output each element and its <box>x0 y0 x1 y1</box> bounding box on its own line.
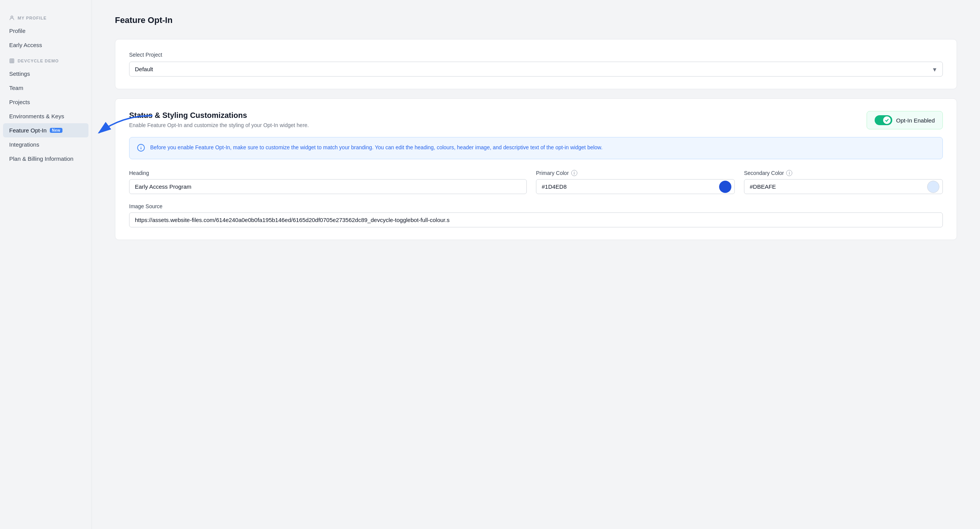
person-icon <box>9 15 15 21</box>
devcycle-label: DEVCYCLE DEMO <box>18 59 59 63</box>
sidebar-devcycle-section: DEVCYCLE DEMO Settings Team Projects Env… <box>0 55 92 166</box>
toggle-track <box>875 115 892 125</box>
status-description: Enable Feature Opt-In and customize the … <box>129 122 309 128</box>
sidebar-item-projects[interactable]: Projects <box>0 95 92 109</box>
status-title: Status & Styling Customizations <box>129 111 309 120</box>
opt-in-enabled-label: Opt-In Enabled <box>896 117 935 124</box>
devcycle-header: DEVCYCLE DEMO <box>0 55 92 67</box>
sidebar-my-profile-section: MY PROFILE Profile Early Access <box>0 12 92 52</box>
secondary-color-label: Secondary Color i <box>744 170 943 176</box>
secondary-color-swatch[interactable] <box>927 181 939 193</box>
my-profile-label: MY PROFILE <box>18 16 47 20</box>
select-project-label: Select Project <box>129 52 943 58</box>
page-title: Feature Opt-In <box>115 15 957 25</box>
sidebar-item-environments-keys[interactable]: Environments & Keys <box>0 109 92 123</box>
building-icon <box>9 58 15 64</box>
sidebar-item-plan-billing[interactable]: Plan & Billing Information <box>0 152 92 166</box>
info-banner-text: Before you enable Feature Opt-In, make s… <box>150 144 603 152</box>
secondary-color-info-icon[interactable]: i <box>786 170 792 176</box>
my-profile-header: MY PROFILE <box>0 12 92 24</box>
heading-input[interactable] <box>129 179 527 194</box>
opt-in-badge: Opt-In Enabled <box>867 111 943 129</box>
image-source-field-group: Image Source <box>129 203 943 227</box>
heading-label: Heading <box>129 170 527 176</box>
new-badge: New <box>50 128 63 133</box>
main-content: Feature Opt-In Select Project Default ▼ … <box>92 0 980 529</box>
info-circle-icon <box>137 144 145 153</box>
sidebar-item-integrations[interactable]: Integrations <box>0 137 92 152</box>
sidebar-item-settings[interactable]: Settings <box>0 67 92 81</box>
opt-in-toggle[interactable] <box>875 115 892 125</box>
sidebar: MY PROFILE Profile Early Access DEVCYCLE… <box>0 0 92 529</box>
toggle-thumb <box>883 116 891 124</box>
status-header: Status & Styling Customizations Enable F… <box>129 111 943 129</box>
svg-point-0 <box>11 16 13 18</box>
info-banner: Before you enable Feature Opt-In, make s… <box>129 137 943 159</box>
project-select[interactable]: Default <box>129 62 943 77</box>
sidebar-item-profile[interactable]: Profile <box>0 24 92 38</box>
secondary-color-input[interactable] <box>744 180 927 194</box>
select-project-card: Select Project Default ▼ <box>115 39 957 89</box>
primary-color-input[interactable] <box>536 180 719 194</box>
check-icon <box>885 118 889 122</box>
sidebar-item-feature-opt-in[interactable]: Feature Opt-In New <box>3 123 88 137</box>
secondary-color-input-wrapper <box>744 179 943 194</box>
status-title-group: Status & Styling Customizations Enable F… <box>129 111 309 128</box>
primary-color-swatch[interactable] <box>719 181 731 193</box>
status-styling-card: Status & Styling Customizations Enable F… <box>115 98 957 240</box>
secondary-color-field-group: Secondary Color i <box>744 170 943 194</box>
project-select-wrapper: Default ▼ <box>129 62 943 77</box>
primary-color-field-group: Primary Color i <box>536 170 735 194</box>
image-source-label: Image Source <box>129 203 943 209</box>
image-source-input[interactable] <box>129 212 943 227</box>
sidebar-item-early-access[interactable]: Early Access <box>0 38 92 52</box>
primary-color-label: Primary Color i <box>536 170 735 176</box>
svg-rect-1 <box>10 59 14 63</box>
heading-field-group: Heading <box>129 170 527 194</box>
primary-color-input-wrapper <box>536 179 735 194</box>
fields-row-colors: Heading Primary Color i Secondary Color <box>129 170 943 194</box>
svg-point-9 <box>141 146 141 147</box>
sidebar-item-team[interactable]: Team <box>0 81 92 95</box>
primary-color-info-icon[interactable]: i <box>571 170 577 176</box>
